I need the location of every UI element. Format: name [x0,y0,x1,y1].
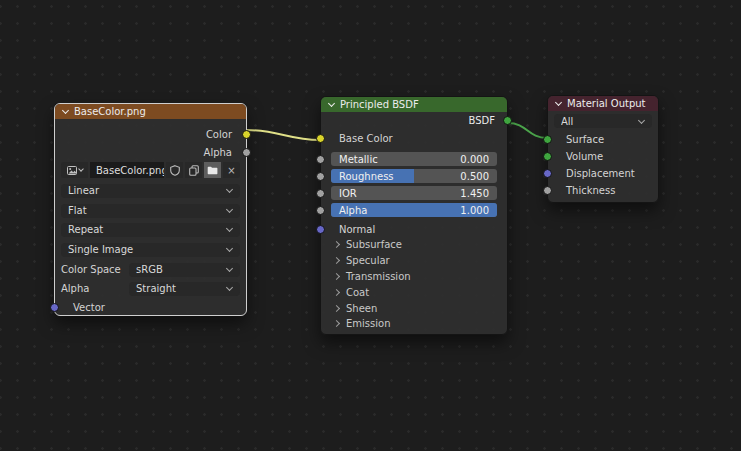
section-label: Sheen [346,303,377,314]
ior-slider[interactable]: IOR 1.450 [331,186,497,200]
chevron-right-icon [333,319,340,326]
target-dropdown[interactable]: All [554,114,652,128]
chevron-right-icon [333,272,340,279]
node-principled-bsdf[interactable]: Principled BSDF BSDF Base Color Metallic… [320,96,508,335]
image-texture-header[interactable]: BaseColor.png [55,104,246,119]
extension-dropdown[interactable]: Repeat [61,223,240,237]
input-label: Thickness [566,185,615,196]
folder-icon [207,166,218,175]
color-space-dropdown[interactable]: sRGB [129,263,240,277]
output-row-bsdf: BSDF [321,113,507,127]
node-material-output[interactable]: Material Output All Surface Volume Displ… [547,95,659,203]
output-row-color: Color [55,127,246,141]
input-label: Base Color [339,133,393,144]
slider-value: 0.500 [460,171,497,182]
chevron-down-icon [226,206,233,213]
interpolation-dropdown[interactable]: Linear [61,184,240,198]
displacement-input-socket[interactable] [543,169,552,178]
section-label: Transmission [346,271,411,282]
input-label: Normal [339,224,375,235]
alpha-mode-row: Alpha Straight [61,281,240,296]
input-row-surface: Surface [548,132,658,146]
chevron-down-icon [226,245,233,252]
slider-label: Metallic [331,154,460,165]
alpha-slider[interactable]: Alpha 1.000 [331,203,497,217]
input-label: Volume [566,151,603,162]
collapse-chevron-icon[interactable] [555,99,562,106]
extension-row: Repeat [61,222,240,237]
chevron-right-icon [333,256,340,263]
section-sheen[interactable]: Sheen [321,301,507,315]
color-space-label: Color Space [61,264,129,275]
link-color-to-basecolor [247,130,320,140]
duplicate-image-button[interactable] [185,162,202,178]
section-transmission[interactable]: Transmission [321,269,507,283]
input-row-vector: Vector [55,300,246,314]
chevron-down-icon [78,166,84,172]
input-label: Vector [73,302,105,313]
section-subsurface[interactable]: Subsurface [321,237,507,251]
target-row: All [554,114,652,128]
image-name-field[interactable]: BaseColor.png [90,162,164,178]
input-row-displacement: Displacement [548,166,658,180]
input-row-base-color: Base Color [321,131,507,145]
alpha-input-socket[interactable] [316,206,325,215]
open-image-button[interactable] [204,162,221,178]
node-title: BaseColor.png [74,106,146,117]
dropdown-value: All [561,116,635,127]
section-coat[interactable]: Coat [321,285,507,299]
chevron-down-icon [226,225,233,232]
input-label: Displacement [566,168,635,179]
output-row-alpha: Alpha [55,145,246,159]
node-title: Principled BSDF [340,99,419,110]
link-bsdf-to-surface [508,123,547,138]
dropdown-value: Linear [68,185,223,196]
thickness-input-socket[interactable] [543,186,552,195]
node-title: Material Output [567,98,646,109]
surface-input-socket[interactable] [543,135,552,144]
source-row: Single Image [61,242,240,257]
chevron-right-icon [333,288,340,295]
section-emission[interactable]: Emission [321,316,507,330]
roughness-row: Roughness 0.500 [331,169,497,183]
base-color-input-socket[interactable] [316,134,325,143]
normal-input-socket[interactable] [316,225,325,234]
dropdown-value: Single Image [68,244,223,255]
dropdown-value: Flat [68,205,223,216]
section-specular[interactable]: Specular [321,253,507,267]
image-browse-button[interactable] [61,162,88,178]
unlink-image-button[interactable]: × [223,162,240,178]
ior-row: IOR 1.450 [331,186,497,200]
principled-bsdf-header[interactable]: Principled BSDF [321,97,507,112]
alpha-output-socket[interactable] [242,148,251,157]
node-image-texture[interactable]: BaseColor.png Color Alpha BaseColor.png [54,103,247,316]
copy-icon [189,165,199,176]
bsdf-output-socket[interactable] [503,116,512,125]
ior-input-socket[interactable] [316,189,325,198]
roughness-slider[interactable]: Roughness 0.500 [331,169,497,183]
metallic-slider[interactable]: Metallic 0.000 [331,152,497,166]
projection-dropdown[interactable]: Flat [61,204,240,218]
alpha-mode-dropdown[interactable]: Straight [129,282,240,296]
dropdown-value: sRGB [136,264,223,275]
material-output-header[interactable]: Material Output [548,96,658,111]
source-dropdown[interactable]: Single Image [61,243,240,257]
chevron-down-icon [226,265,233,272]
fake-user-button[interactable] [166,162,183,178]
node-editor-canvas[interactable]: BaseColor.png Color Alpha BaseColor.png [0,0,741,451]
collapse-chevron-icon[interactable] [62,107,69,114]
alpha-mode-label: Alpha [61,283,129,294]
input-row-volume: Volume [548,149,658,163]
roughness-input-socket[interactable] [316,172,325,181]
image-icon [67,166,77,175]
volume-input-socket[interactable] [543,152,552,161]
chevron-down-icon [226,186,233,193]
vector-input-socket[interactable] [50,303,59,312]
metallic-row: Metallic 0.000 [331,152,497,166]
chevron-down-icon [638,116,645,123]
collapse-chevron-icon[interactable] [328,100,335,107]
metallic-input-socket[interactable] [316,155,325,164]
section-label: Subsurface [346,239,402,250]
output-label: Color [206,129,232,140]
color-output-socket[interactable] [242,130,251,139]
